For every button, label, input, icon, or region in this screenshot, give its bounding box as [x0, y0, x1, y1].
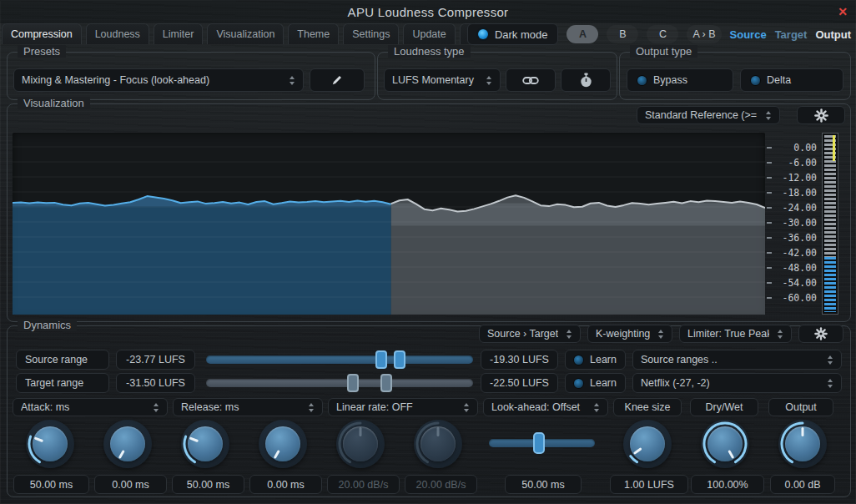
tab-bar: Compression Loudness Limiter Visualizati… — [0, 23, 856, 44]
dark-mode-indicator-icon — [478, 29, 488, 39]
target-range-high-value[interactable]: -22.50 LUFS — [481, 373, 558, 393]
close-icon[interactable]: ✕ — [838, 5, 848, 18]
knee-size-header[interactable]: Knee size — [613, 398, 682, 416]
release-alt-value[interactable]: 0.00 ms — [249, 475, 322, 494]
tab-limiter[interactable]: Limiter — [154, 23, 204, 44]
output-header[interactable]: Output — [768, 398, 833, 416]
range-handle[interactable] — [375, 350, 387, 369]
output-knob[interactable] — [778, 420, 827, 468]
meter-source-toggle[interactable]: Source — [730, 28, 767, 41]
attack-alt-knob[interactable] — [103, 420, 152, 468]
linear-attack-knob[interactable] — [336, 420, 385, 468]
visualization-settings-button[interactable] — [797, 106, 845, 124]
release-knob[interactable] — [181, 420, 229, 468]
dynamics-mode-select[interactable]: Source › Target — [479, 325, 581, 343]
range-handle[interactable] — [394, 350, 405, 369]
preset-select[interactable]: Mixing & Mastering - Focus (look-ahead) — [13, 68, 304, 92]
look-ahead-value[interactable]: 50.00 ms — [505, 475, 582, 494]
release-alt-knob[interactable] — [259, 420, 307, 468]
target-learn-button[interactable]: Learn — [565, 373, 626, 393]
source-range-preset-value: Source ranges .. — [641, 354, 819, 365]
weighting-select[interactable]: K-weighting — [587, 325, 672, 343]
look-ahead-select[interactable]: Look-ahead: Offset — [483, 398, 608, 416]
bypass-indicator-icon — [637, 76, 647, 85]
snapshot-a-button[interactable]: A — [566, 25, 598, 43]
dark-mode-toggle[interactable]: Dark mode — [467, 23, 559, 45]
loudness-type-select[interactable]: LUFS Momentary — [384, 68, 501, 92]
meter-peak-indicator — [833, 135, 835, 161]
learn-indicator-icon — [574, 379, 583, 388]
target-range-low-value[interactable]: -31.50 LUFS — [116, 373, 195, 393]
limiter-select[interactable]: Limiter: True Peak — [679, 325, 792, 343]
target-range-label[interactable]: Target range — [16, 373, 109, 393]
db-scale-row: -60.00 — [767, 290, 817, 305]
dry-wet-knob[interactable] — [701, 420, 749, 468]
level-meter — [822, 133, 838, 315]
tab-theme[interactable]: Theme — [288, 23, 339, 44]
attack-knob[interactable] — [26, 420, 74, 468]
edit-preset-button[interactable] — [310, 68, 365, 92]
dynamics-settings-button[interactable] — [798, 325, 843, 343]
source-range-slider[interactable] — [206, 355, 473, 364]
reference-select[interactable]: Standard Reference (>= -60) — [637, 106, 780, 124]
linear-release-value: 20.00 dB/s — [405, 475, 477, 494]
knee-value[interactable]: 1.00 LUFS — [610, 475, 688, 494]
timing-button[interactable] — [561, 68, 611, 92]
db-scale-row: -24.00 — [767, 200, 817, 215]
slider-handle[interactable] — [533, 432, 545, 454]
target-range-preset-select[interactable]: Netflix (-27, -2) — [632, 373, 842, 393]
look-ahead-header: Look-ahead: Offset — [491, 401, 586, 413]
snapshot-c-button[interactable]: C — [647, 25, 678, 43]
db-scale-row: -54.00 — [767, 275, 817, 290]
tab-loudness[interactable]: Loudness — [86, 23, 149, 44]
dynamics-group: Dynamics Source › Target K-weighting Lim… — [7, 325, 851, 497]
tab-visualization[interactable]: Visualization — [207, 23, 284, 44]
db-scale-label: -12.00 — [772, 172, 817, 184]
source-learn-button[interactable]: Learn — [565, 350, 626, 370]
source-range-high-value[interactable]: -19.30 LUFS — [481, 350, 558, 370]
linear-rate-select[interactable]: Linear rate: OFF — [328, 398, 478, 416]
tab-update[interactable]: Update — [403, 23, 455, 44]
look-ahead-slider[interactable] — [489, 439, 595, 447]
meter-target-toggle[interactable]: Target — [775, 28, 808, 41]
meter-output-toggle[interactable]: Output — [815, 28, 851, 41]
meter-blue-segments — [824, 257, 836, 312]
release-mode-select[interactable]: Release: ms — [173, 398, 323, 416]
tab-compression[interactable]: Compression — [2, 23, 82, 44]
dry-wet-header[interactable]: Dry/Wet — [690, 398, 758, 416]
attack-alt-value[interactable]: 0.00 ms — [94, 475, 167, 494]
title-bar: APU Loudness Compressor ✕ — [0, 0, 856, 23]
tab-settings[interactable]: Settings — [343, 23, 399, 44]
db-scale-label: -30.00 — [772, 217, 817, 229]
release-value[interactable]: 50.00 ms — [172, 475, 244, 494]
spinner-icon — [307, 403, 315, 412]
snapshot-b-button[interactable]: B — [607, 25, 638, 43]
loudness-plot[interactable] — [13, 133, 765, 315]
knee-knob[interactable] — [623, 420, 672, 468]
source-range-preset-select[interactable]: Source ranges .. — [632, 350, 842, 370]
spinner-icon — [592, 403, 600, 412]
bypass-toggle[interactable]: Bypass — [627, 68, 733, 92]
attack-mode-select[interactable]: Attack: ms — [13, 398, 168, 416]
attack-value[interactable]: 50.00 ms — [13, 475, 89, 494]
loudness-type-group: Loudness type LUFS Momentary — [377, 52, 617, 100]
db-scale-row: -6.00 — [767, 155, 817, 170]
target-range-slider[interactable] — [206, 379, 473, 387]
output-value[interactable]: 0.00 dB — [770, 475, 835, 494]
dry-wet-value[interactable]: 100.00% — [691, 475, 764, 494]
copy-a-to-b-button[interactable]: A › B — [687, 25, 721, 43]
link-channels-button[interactable] — [506, 68, 556, 92]
linear-release-knob[interactable] — [414, 420, 462, 468]
db-scale-row: -48.00 — [767, 260, 817, 275]
delta-toggle[interactable]: Delta — [740, 68, 843, 92]
presets-legend: Presets — [18, 45, 66, 58]
param-header-row: Attack: ms Release: ms Linear rate: OFF … — [8, 398, 850, 416]
range-handle[interactable] — [347, 374, 359, 392]
source-range-label[interactable]: Source range — [16, 350, 109, 370]
spinner-icon — [485, 76, 492, 85]
attack-header: Attack: ms — [21, 401, 145, 413]
db-scale-row: -18.00 — [767, 185, 817, 200]
plugin-window: APU Loudness Compressor ✕ Compression Lo… — [0, 0, 856, 504]
range-handle[interactable] — [380, 374, 392, 392]
source-range-low-value[interactable]: -23.77 LUFS — [116, 350, 195, 370]
